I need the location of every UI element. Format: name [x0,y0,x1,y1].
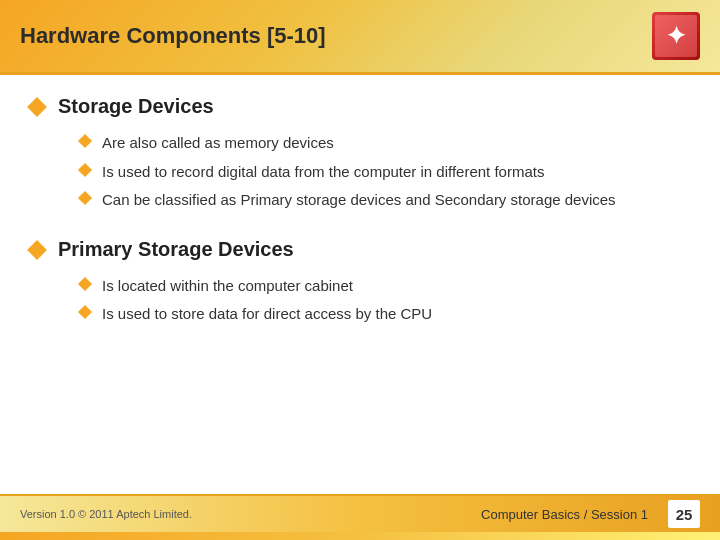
slide-footer: Version 1.0 © 2011 Aptech Limited. Compu… [0,494,720,532]
footer-page-number: 25 [668,500,700,528]
sub-item-text: Can be classified as Primary storage dev… [102,189,616,212]
logo: ✦ [652,12,700,60]
sub-bullet-icon [78,276,92,290]
list-item: Are also called as memory devices [80,132,690,155]
slide-content: Storage Devices Are also called as memor… [0,75,720,494]
footer-right: Computer Basics / Session 1 25 [481,500,700,528]
sub-bullet-icon [78,191,92,205]
footer-version: Version 1.0 © 2011 Aptech Limited. [20,508,192,520]
sub-bullet-icon [78,305,92,319]
diamond-bullet-2 [27,240,47,260]
section-title-primary: Primary Storage Devices [58,238,294,261]
list-item: Can be classified as Primary storage dev… [80,189,690,212]
sub-item-text: Are also called as memory devices [102,132,334,155]
slide-header: Hardware Components [5-10] ✦ [0,0,720,75]
logo-symbol: ✦ [666,22,686,50]
section-title-storage: Storage Devices [58,95,214,118]
list-item: Is used to record digital data from the … [80,161,690,184]
sub-items-storage: Are also called as memory devices Is use… [80,132,690,218]
diamond-bullet-1 [27,97,47,117]
list-item: Is used to store data for direct access … [80,303,690,326]
sub-bullet-icon [78,162,92,176]
sub-item-text: Is located within the computer cabinet [102,275,353,298]
sub-item-text: Is used to store data for direct access … [102,303,432,326]
slide-title: Hardware Components [5-10] [20,23,326,49]
section-storage-devices: Storage Devices [30,95,690,118]
section-primary-storage: Primary Storage Devices [30,238,690,261]
sub-bullet-icon [78,134,92,148]
slide: Hardware Components [5-10] ✦ Storage Dev… [0,0,720,540]
bottom-decorative-bar [0,532,720,540]
sub-item-text: Is used to record digital data from the … [102,161,544,184]
footer-course: Computer Basics / Session 1 [481,507,648,522]
logo-inner: ✦ [652,12,700,60]
list-item: Is located within the computer cabinet [80,275,690,298]
sub-items-primary: Is located within the computer cabinet I… [80,275,690,332]
